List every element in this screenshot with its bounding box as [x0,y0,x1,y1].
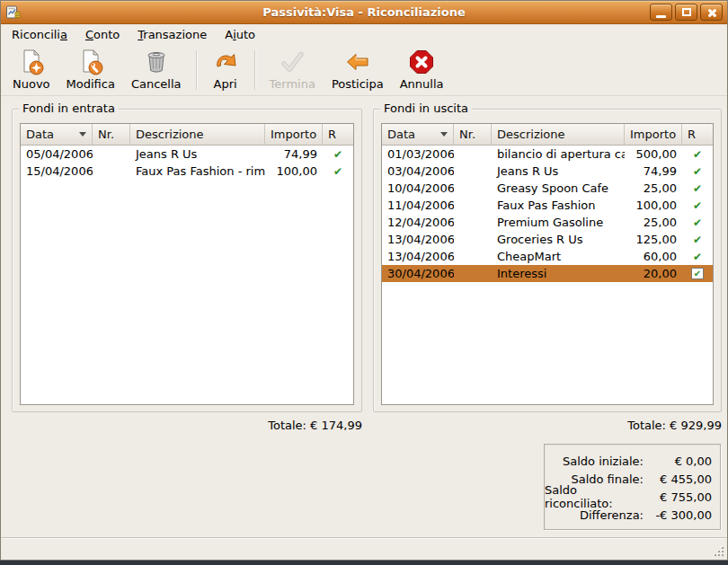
cell-date: 01/03/2006 [382,147,454,161]
back-arrow-icon [343,48,372,76]
postpone-button[interactable]: Posticipa [324,47,392,93]
cell-date: 13/04/2006 [382,250,454,263]
table-row[interactable]: 05/04/2006 Jeans R Us 74,99 ✔ [21,146,353,163]
menu-aiuto[interactable]: Aiuto [222,27,258,42]
edit-button[interactable]: Modifica [58,47,123,93]
close-button[interactable] [700,4,723,21]
column-header-nr[interactable]: Nr. [93,124,130,145]
minimize-button[interactable] [650,4,672,21]
column-header-description[interactable]: Descrizione [492,124,625,145]
funds-in-title: Fondi in entrata [19,102,119,115]
summary-label: Saldo iniziale: [563,455,644,468]
summary-value: € 755,00 [645,490,712,504]
check-icon [278,48,306,76]
column-header-reconciled[interactable]: R [682,124,713,145]
funds-out-table: Data Nr. Descrizione Importo R 01/03/200… [381,123,714,405]
cell-reconciled[interactable]: ✔ [682,252,713,262]
column-header-date[interactable]: Data [21,124,93,145]
maximize-icon [682,8,691,16]
cell-amount: 500,00 [625,147,682,161]
check-icon: ✔ [693,183,702,194]
funds-in-table-header: Data Nr. Descrizione Importo R [21,124,353,146]
table-row[interactable]: 15/04/2006 Faux Pas Fashion - rim 100,00… [21,163,353,180]
cell-description: Interessi [492,267,625,280]
cell-reconciled[interactable]: ✔ [323,149,353,160]
table-row[interactable]: 10/04/2006 Greasy Spoon Cafe 25,00 ✔ [382,180,713,197]
cancel-button[interactable]: Annulla [392,47,452,93]
funds-in-panel: Fondi in entrata Data Nr. Descrizione Im… [12,109,362,412]
table-row[interactable]: 03/04/2006 Jeans R Us 74,99 ✔ [382,163,713,180]
edit-button-label: Modifica [67,77,115,91]
check-icon: ✔ [693,234,702,245]
cell-amount: 74,99 [265,147,323,161]
column-header-amount[interactable]: Importo [625,124,682,145]
cell-reconciled[interactable]: ✔ [323,166,353,177]
funds-in-rows: 05/04/2006 Jeans R Us 74,99 ✔ 15/04/2006… [21,146,353,404]
stop-icon [407,48,436,76]
cell-reconciled[interactable]: ✔ [682,149,713,160]
check-icon: ✔ [691,268,704,279]
cell-description: Groceries R Us [492,233,625,246]
table-row[interactable]: 12/04/2006 Premium Gasoline 25,00 ✔ [382,214,713,231]
table-row[interactable]: 13/04/2006 Groceries R Us 125,00 ✔ [382,231,713,248]
cell-date: 03/04/2006 [382,164,454,178]
check-icon: ✔ [693,166,702,177]
column-header-amount[interactable]: Importo [265,124,323,145]
cell-description: Jeans R Us [492,164,625,178]
maximize-button[interactable] [675,4,697,21]
cell-reconciled[interactable]: ✔ [682,200,713,211]
finish-button-label: Termina [270,77,315,91]
new-button[interactable]: Nuovo [4,47,58,93]
resize-grip-icon[interactable] [711,543,724,556]
cell-amount: 25,00 [625,181,682,195]
funds-out-total-value: € 929,99 [670,419,722,432]
cell-description: Faux Pas Fashion - rim [130,164,265,178]
titlebar[interactable]: Passività:Visa - Riconciliazione [1,1,727,24]
cell-reconciled[interactable]: ✔ [682,166,713,177]
cell-date: 13/04/2006 [382,233,454,246]
toolbar-separator [196,50,197,90]
cell-amount: 100,00 [625,199,682,212]
funds-out-panel: Fondi in uscita Data Nr. Descrizione Imp… [373,109,722,412]
cell-amount: 20,00 [625,267,682,280]
column-header-date[interactable]: Data [382,124,454,145]
table-row[interactable]: 11/04/2006 Faux Pas Fashion 100,00 ✔ [382,197,713,214]
cell-date: 12/04/2006 [382,216,454,229]
table-row[interactable]: 13/04/2006 CheapMart 60,00 ✔ [382,248,713,265]
cell-reconciled[interactable]: ✔ [682,268,713,279]
column-header-reconciled[interactable]: R [323,124,353,145]
check-icon: ✔ [333,149,342,160]
open-button[interactable]: Apri [203,47,248,93]
column-header-nr[interactable]: Nr. [454,124,492,145]
trash-icon [142,48,171,76]
edit-document-icon [76,48,105,76]
menu-conto[interactable]: Conto [83,27,122,42]
table-row[interactable]: 30/04/2006 Interessi 20,00 ✔ [382,265,713,282]
funds-out-title: Fondi in uscita [380,102,472,115]
cell-description: bilancio di apertura car [492,147,625,161]
cell-description: Faux Pas Fashion [492,199,625,212]
cell-reconciled[interactable]: ✔ [682,234,713,245]
column-header-description[interactable]: Descrizione [130,124,265,145]
window-controls [650,4,723,21]
check-icon: ✔ [693,200,702,211]
balance-summary: Saldo iniziale: € 0,00 Saldo finale: € 4… [544,444,721,530]
cell-amount: 25,00 [625,216,682,229]
menu-riconcilia[interactable]: Riconcilia [9,27,70,42]
cell-description: Premium Gasoline [492,216,625,229]
cell-reconciled[interactable]: ✔ [682,183,713,194]
check-icon: ✔ [693,217,702,228]
toolbar: Nuovo Modifica [1,44,727,96]
cell-date: 15/04/2006 [21,164,93,178]
cell-date: 11/04/2006 [382,199,454,212]
cell-description: Jeans R Us [130,147,265,161]
cell-date: 30/04/2006 [382,267,454,280]
close-icon [706,7,717,18]
funds-out-table-header: Data Nr. Descrizione Importo R [382,124,713,146]
table-row[interactable]: 01/03/2006 bilancio di apertura car 500,… [382,146,713,163]
menu-transazione[interactable]: Transazione [135,27,209,42]
delete-button[interactable]: Cancella [123,47,190,93]
check-icon: ✔ [333,166,342,177]
cell-reconciled[interactable]: ✔ [682,217,713,228]
new-button-label: Nuovo [13,77,50,91]
